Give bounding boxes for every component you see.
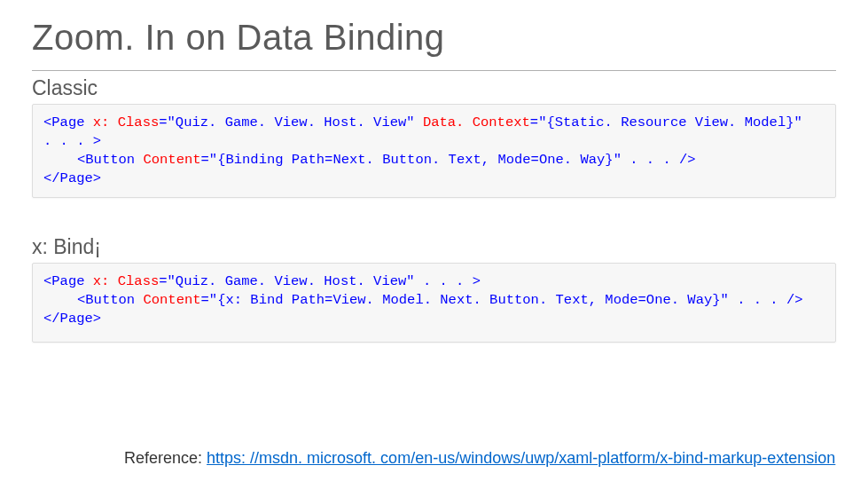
code-token: Content <box>135 292 200 308</box>
code-token: <Page <box>43 114 85 130</box>
reference-link[interactable]: https: //msdn. microsoft. com/en-us/wind… <box>207 449 835 467</box>
code-token: <Button <box>77 152 135 168</box>
code-token: x: Class <box>85 114 160 130</box>
subhead-classic: Classic <box>32 76 836 100</box>
code-token: "Quiz. Game. View. Host. View" <box>168 114 415 130</box>
code-token: . . . > <box>415 273 481 289</box>
code-block-xbind: <Page x: Class="Quiz. Game. View. Host. … <box>32 263 836 343</box>
code-line: <Page x: Class="Quiz. Game. View. Host. … <box>43 114 825 132</box>
code-token: </Page> <box>43 170 101 186</box>
code-token: "Quiz. Game. View. Host. View" <box>168 273 415 289</box>
code-token: . . . /> <box>622 152 696 168</box>
divider <box>32 70 836 71</box>
code-token: Content <box>135 152 200 168</box>
page-title: Zoom. In on Data Binding <box>32 18 836 58</box>
code-token: . . . /> <box>729 292 803 308</box>
code-line: <Button Content="{x: Bind Path=View. Mod… <box>43 291 825 310</box>
code-token: = <box>530 114 538 130</box>
code-token: = <box>201 292 209 308</box>
code-token: . . . > <box>43 133 101 149</box>
slide: Zoom. In on Data Binding Classic <Page x… <box>0 0 868 489</box>
code-token: Data. Context <box>415 114 530 130</box>
code-token: = <box>201 152 209 168</box>
code-line: </Page> <box>43 170 825 188</box>
code-token: x: Class <box>85 273 160 289</box>
code-token: <Button <box>77 292 135 308</box>
reference-label: Reference: <box>124 449 207 467</box>
code-line: <Button Content="{Binding Path=Next. But… <box>43 151 825 170</box>
code-token: = <box>159 273 167 289</box>
code-token: "{Binding Path=Next. Button. Text, Mode=… <box>209 152 622 168</box>
code-token: "{x: Bind Path=View. Model. Next. Button… <box>209 292 729 308</box>
code-line: </Page> <box>43 310 825 328</box>
code-token: "{Static. Resource View. Model}" <box>538 114 802 130</box>
code-line: . . . > <box>43 132 825 151</box>
subhead-xbind: x: Bind¡ <box>32 235 836 259</box>
code-token: </Page> <box>43 311 101 327</box>
reference-line: Reference: https: //msdn. microsoft. com… <box>124 449 835 468</box>
code-token: = <box>159 114 167 130</box>
code-block-classic: <Page x: Class="Quiz. Game. View. Host. … <box>32 104 836 198</box>
code-token: <Page <box>43 273 85 289</box>
code-line: <Page x: Class="Quiz. Game. View. Host. … <box>43 272 825 291</box>
